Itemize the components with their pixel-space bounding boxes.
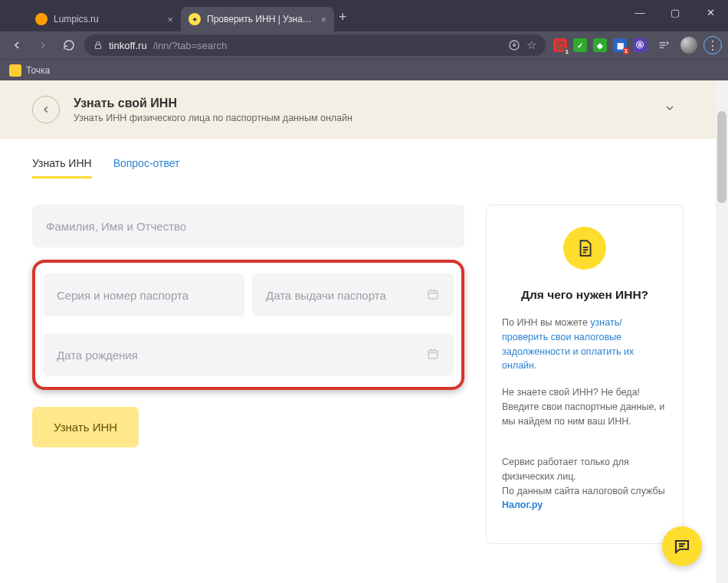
page-tabs: Узнать ИНН Вопрос-ответ xyxy=(32,149,684,179)
banner-title: Узнать свой ИНН xyxy=(74,97,656,110)
chat-button[interactable] xyxy=(662,526,702,566)
window-controls: — ▢ ✕ xyxy=(622,0,728,31)
passport-issue-date-field[interactable] xyxy=(252,273,454,316)
minimize-button[interactable]: — xyxy=(622,0,657,25)
tab-uznat-inn[interactable]: Узнать ИНН xyxy=(32,149,92,179)
dob-input[interactable] xyxy=(57,349,426,362)
back-circle-button[interactable] xyxy=(32,96,60,123)
nav-back-button[interactable] xyxy=(6,34,28,56)
reading-list-icon[interactable] xyxy=(653,34,674,56)
bookmarks-bar: Точка xyxy=(0,59,728,80)
extension-icon[interactable]: 🎧1 xyxy=(553,38,567,52)
header-banner: Узнать свой ИНН Узнать ИНН физического л… xyxy=(0,80,716,139)
page-content: Узнать свой ИНН Узнать ИНН физического л… xyxy=(0,80,716,583)
card-heading: Для чего нужен ИНН? xyxy=(502,288,667,302)
maximize-button[interactable]: ▢ xyxy=(657,0,693,25)
scrollbar-thumb[interactable] xyxy=(717,111,726,203)
star-icon[interactable]: ☆ xyxy=(526,38,536,52)
card-text-3: Сервис работает только для физических ли… xyxy=(502,441,667,513)
close-window-button[interactable]: ✕ xyxy=(693,0,728,25)
passport-issue-date-input[interactable] xyxy=(266,289,426,302)
document-icon xyxy=(563,227,606,270)
card-text-2: Не знаете свой ИНН? Не беда! Введите сво… xyxy=(502,385,667,428)
favicon-lumpics xyxy=(35,13,48,25)
bookmark-item[interactable]: Точка xyxy=(9,64,50,77)
browser-tab-lumpics[interactable]: Lumpics.ru × xyxy=(28,7,181,31)
fio-input[interactable] xyxy=(46,220,451,233)
banner-subtitle: Узнать ИНН физического лица по паспортны… xyxy=(74,113,656,123)
kebab-menu-icon[interactable]: ⋮ xyxy=(703,36,722,54)
calendar-icon[interactable] xyxy=(426,347,440,363)
page-viewport: Узнать свой ИНН Узнать ИНН физического л… xyxy=(0,80,728,583)
new-tab-button[interactable]: + xyxy=(334,9,356,31)
text-fragment: . xyxy=(534,360,536,371)
extension-icon[interactable]: ▦1 xyxy=(613,38,627,52)
text-fragment: Сервис работает только для физических ли… xyxy=(502,457,665,496)
submit-button[interactable]: Узнать ИНН xyxy=(32,407,139,447)
text-fragment: По ИНН вы можете xyxy=(502,317,590,328)
tab-faq[interactable]: Вопрос-ответ xyxy=(113,149,180,179)
extension-icon[interactable]: ◆ xyxy=(593,38,607,52)
passport-input[interactable] xyxy=(57,289,231,302)
browser-tab-tinkoff[interactable]: ✦ Проверить ИНН | Узнать свой И × xyxy=(181,7,334,31)
bookmark-label: Точка xyxy=(26,65,50,76)
info-card: Для чего нужен ИНН? По ИНН вы можете узн… xyxy=(486,205,684,544)
extension-icon[interactable]: ✓ xyxy=(573,38,587,52)
chevron-down-icon[interactable] xyxy=(656,94,684,125)
dob-field[interactable] xyxy=(43,333,454,376)
svg-rect-10 xyxy=(428,350,438,359)
favicon-tinkoff: ✦ xyxy=(189,13,201,25)
tab-title: Lumpics.ru xyxy=(54,14,161,25)
close-icon[interactable]: × xyxy=(167,14,173,25)
form-column: Узнать ИНН xyxy=(32,205,464,447)
address-bar[interactable]: tinkoff.ru/inn/?tab=search ☆ xyxy=(84,34,546,56)
profile-avatar[interactable] xyxy=(680,37,697,54)
install-icon[interactable] xyxy=(508,39,520,51)
passport-field[interactable] xyxy=(43,273,244,316)
lock-icon xyxy=(93,41,103,50)
extension-tray: 🎧1 ✓ ◆ ▦1 ⓐ ⋮ xyxy=(550,34,722,56)
url-host: tinkoff.ru xyxy=(109,40,147,51)
extension-icon[interactable]: ⓐ xyxy=(633,38,647,52)
card-text-1: По ИНН вы можете узнать/ проверить свои … xyxy=(502,316,667,373)
reload-button[interactable] xyxy=(58,34,80,56)
svg-rect-0 xyxy=(96,45,101,49)
highlighted-passport-block xyxy=(32,260,464,390)
calendar-icon[interactable] xyxy=(426,287,440,303)
bookmark-favicon xyxy=(9,64,21,77)
vertical-scrollbar[interactable] xyxy=(716,80,728,583)
browser-toolbar: tinkoff.ru/inn/?tab=search ☆ 🎧1 ✓ ◆ ▦1 ⓐ… xyxy=(0,31,728,59)
fio-field[interactable] xyxy=(32,205,464,247)
link-nalog-ru[interactable]: Налог.ру xyxy=(502,499,543,510)
window-titlebar: Lumpics.ru × ✦ Проверить ИНН | Узнать св… xyxy=(0,0,728,31)
svg-rect-6 xyxy=(428,290,438,299)
browser-tabs: Lumpics.ru × ✦ Проверить ИНН | Узнать св… xyxy=(0,0,622,31)
tab-title: Проверить ИНН | Узнать свой И xyxy=(207,14,314,25)
nav-forward-button[interactable] xyxy=(32,34,54,56)
url-path: /inn/?tab=search xyxy=(153,40,227,51)
sidebar-column: Для чего нужен ИНН? По ИНН вы можете узн… xyxy=(486,205,684,544)
close-icon[interactable]: × xyxy=(320,14,326,25)
